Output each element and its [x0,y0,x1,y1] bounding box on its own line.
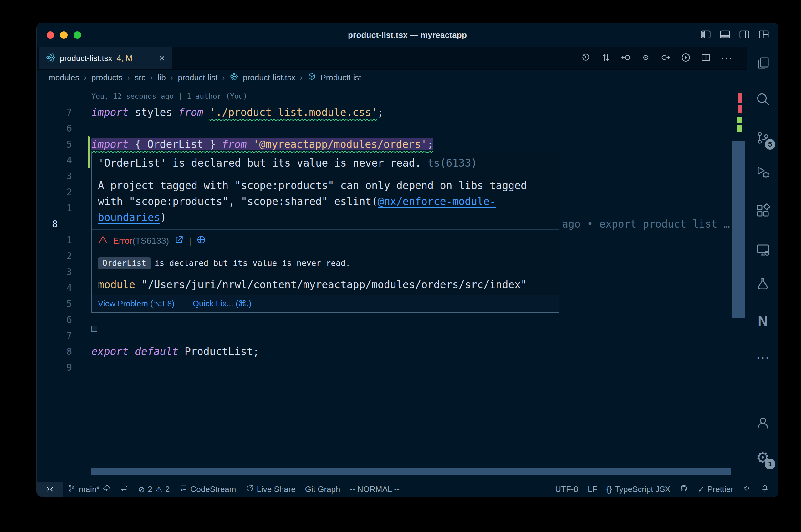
token: { OrderList } [129,138,222,150]
window-title: product-list.tsx — myreactapp [348,30,467,40]
breadcrumb-item[interactable]: product-list [178,73,217,82]
token: from [178,106,203,118]
close-button[interactable] [47,31,54,39]
notifications-status[interactable] [756,482,774,497]
line-number-gutter: 7 6 5 4 3 2 1 8 1 2 3 4 5 6 7 8 9 [37,104,72,375]
warning-count: 2 [165,484,169,494]
chevron-right-icon: › [84,73,87,82]
additional-views-icon[interactable]: ⋯ [752,347,773,368]
open-changes-icon[interactable] [600,52,611,64]
token: import [91,106,129,118]
breadcrumb-item[interactable]: lib [158,73,166,82]
feedback-status[interactable] [738,482,756,497]
explorer-icon[interactable] [752,53,773,74]
source-control-icon[interactable]: 5 [752,127,773,149]
alert-triangle-icon [98,235,108,247]
minimize-button[interactable] [60,31,68,39]
chevron-right-icon: › [300,73,303,82]
breadcrumb-item-symbol[interactable]: ProductList [321,73,361,82]
megaphone-icon [743,484,751,495]
breadcrumb-item[interactable]: src [134,73,145,82]
eol-label: LF [588,484,597,494]
github-status[interactable] [675,482,693,497]
eol-status[interactable]: LF [583,482,602,497]
line-number: 7 [37,327,72,343]
breadcrumb-item[interactable]: products [91,73,123,82]
code-line-highlighted: import { OrderList } from '@myreactapp/m… [91,136,433,152]
more-actions-icon[interactable]: ⋯ [721,51,732,65]
gitlens-compare[interactable] [115,482,133,497]
extensions-icon[interactable] [752,200,773,221]
codestream-label: CodeStream [190,484,236,494]
timeline-icon[interactable] [580,52,591,64]
settings-badge: 1 [765,459,775,470]
horizontal-scrollbar[interactable] [91,468,731,475]
hover-resize-grip[interactable] [91,326,97,331]
token [129,345,135,358]
line-number: 6 [37,120,72,136]
titlebar: product-list.tsx — myreactapp [37,23,778,47]
nx-console-icon[interactable]: N [752,310,773,331]
encoding-status[interactable]: UTF-8 [550,482,583,497]
testing-beaker-icon[interactable] [752,273,773,294]
branch-status[interactable]: main* [63,482,115,497]
git-graph-status[interactable]: Git Graph [301,482,345,497]
previous-change-icon[interactable] [620,52,631,64]
code-line: export default ProductList; [91,343,259,359]
account-icon[interactable] [752,412,773,433]
token: from [222,138,247,150]
error-count: 2 [148,484,152,494]
line-number: 8 [37,343,72,359]
bell-icon [761,484,769,495]
github-icon [679,484,688,495]
module-path: "/Users/juri/nrwl/content/myreactapp/mod… [142,279,527,291]
token: import [91,138,129,150]
customize-layout-icon[interactable] [758,29,769,41]
liveshare-status[interactable]: Live Share [241,482,301,497]
next-change-icon[interactable] [660,52,671,64]
blame-annotation-icon[interactable] [640,52,651,64]
toggle-left-sidebar-icon[interactable] [700,29,711,41]
vertical-scrollbar[interactable] [732,141,745,318]
remote-explorer-icon[interactable] [752,239,773,260]
codestream-status[interactable]: CodeStream [175,482,241,497]
code-editor[interactable]: 7 6 5 4 3 2 1 8 1 2 3 4 5 6 7 8 9 [37,86,747,482]
tab-close-icon[interactable]: × [159,53,165,63]
quick-fix-link[interactable]: Quick Fix... (⌘.) [193,299,252,308]
vim-mode-indicator[interactable]: -- NORMAL -- [345,482,404,497]
breadcrumb-item[interactable]: modules [49,73,79,82]
settings-gear-icon[interactable]: ⚙1 [752,447,773,468]
prettier-label: Prettier [707,484,733,494]
token: ProductList; [178,345,259,358]
line-number: 2 [37,248,72,264]
tab-label: product-list.tsx [60,54,112,63]
language-label: TypeScript JSX [615,484,671,494]
token: '@myreactapp/modules/orders' [253,138,427,150]
language-mode-status[interactable]: {}TypeScript JSX [602,482,675,497]
remote-indicator[interactable] [37,482,63,497]
current-line-number: 8 [37,216,72,232]
prettier-status[interactable]: ✓Prettier [693,482,738,497]
split-editor-icon[interactable] [700,52,711,64]
check-icon: ✓ [697,485,704,494]
token: export [91,345,129,358]
scm-badge: 5 [765,139,775,150]
toggle-right-sidebar-icon[interactable] [739,29,750,41]
tab-product-list[interactable]: product-list.tsx 4, M × [39,47,172,70]
line-number: 5 [37,296,72,312]
globe-icon[interactable] [196,235,206,247]
zoom-button[interactable] [74,31,81,39]
vim-mode-label: -- NORMAL -- [350,484,400,494]
toggle-panel-icon[interactable] [719,29,731,41]
status-bar: main* ⊘ 2 ⚠ 2 CodeStream Live Share Git … [37,482,778,497]
problems-status[interactable]: ⊘ 2 ⚠ 2 [133,482,174,497]
view-problem-link[interactable]: View Problem (⌥F8) [98,299,175,308]
run-file-icon[interactable] [680,52,691,64]
open-external-icon[interactable] [174,235,184,247]
token: ; [427,138,433,150]
encoding-label: UTF-8 [555,484,578,494]
breadcrumb-item-file[interactable]: product-list.tsx [243,73,295,82]
run-and-debug-icon[interactable] [752,161,773,183]
search-icon[interactable] [752,89,773,110]
line-number: 3 [37,168,72,184]
